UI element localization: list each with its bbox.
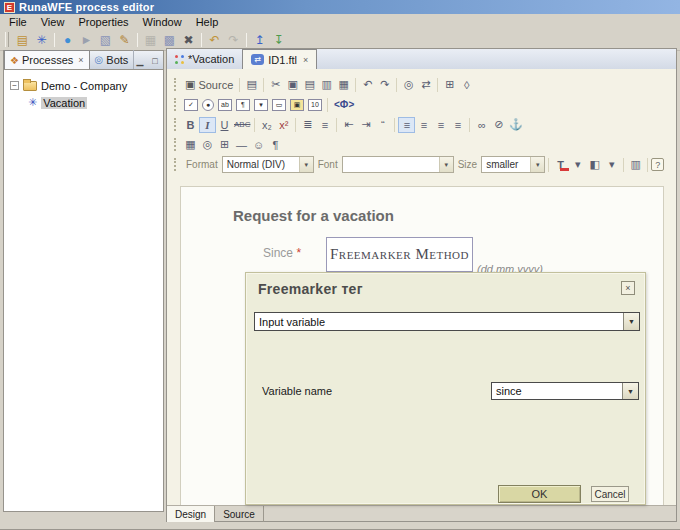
tab-bots[interactable]: ◎ Bots [90,50,135,69]
anchor-icon[interactable]: ⚓ [507,117,524,133]
table-icon[interactable]: ⊞ [216,137,233,153]
tree-root-label: Demo - Company [41,80,127,92]
pointer-icon[interactable]: ► [77,31,96,48]
outdent-icon[interactable]: ⇤ [340,117,357,133]
menu-properties[interactable]: Properties [72,16,136,28]
align-right-icon[interactable]: ≡ [432,117,449,133]
preview-icon[interactable]: ▥ [627,157,644,173]
background-color-icon[interactable]: ◧ [586,157,603,173]
font-select[interactable]: ▾ [342,156,454,173]
unordered-list-icon[interactable]: ≡ [316,117,333,133]
subscript-icon[interactable]: x₂ [258,117,275,133]
select-all-icon[interactable]: ⊞ [441,77,458,93]
new-page-icon[interactable]: ▤ [243,77,260,93]
menu-view[interactable]: View [35,16,73,28]
font-label: Font [318,159,338,170]
italic-icon[interactable]: I [199,117,216,133]
image-icon[interactable]: ▦ [182,137,199,153]
hidden-field-icon[interactable]: 10 [308,99,322,111]
menu-window[interactable]: Window [137,16,190,28]
new-wizard-icon[interactable]: ▤ [13,31,32,48]
bold-icon[interactable]: B [182,117,199,133]
delete-icon[interactable]: ✖ [179,31,198,48]
image-button-icon[interactable]: ▣ [290,99,304,111]
redo-icon[interactable]: ↷ [376,77,393,93]
find-icon[interactable]: ◎ [400,77,417,93]
smiley-icon[interactable]: ☺ [250,137,267,153]
deploy-icon[interactable]: ↥ [250,31,269,48]
underline-icon[interactable]: U [216,117,233,133]
button-field-icon[interactable]: ▭ [272,99,286,111]
tag-type-value: Input variable [259,316,325,328]
tree-row-demo-company[interactable]: − Demo - Company [4,77,163,94]
maximize-icon[interactable]: □ [149,56,160,66]
chevron-down-icon: ▾ [439,157,453,172]
horizontal-rule-icon[interactable]: ― [233,137,250,153]
chevron-down-icon[interactable]: ▼ [623,313,639,330]
chevron-down-icon[interactable]: ▼ [622,383,638,399]
freemarker-method-field[interactable]: Freemarker Method [326,237,473,272]
tab-vacation-editor[interactable]: *Vacation [167,49,242,69]
export-icon[interactable]: ↧ [269,31,288,48]
tag-type-select[interactable]: Input variable ▼ [254,312,640,331]
blockquote-icon[interactable]: “ [374,117,391,133]
paste-icon[interactable]: ▤ [301,77,318,93]
format-select[interactable]: Normal (DIV) ▾ [222,156,314,173]
tab-bots-label: Bots [106,54,128,66]
strikethrough-icon[interactable]: ABC [233,117,251,133]
close-icon[interactable]: × [78,55,83,65]
chevron-down-icon[interactable]: ▾ [569,157,586,173]
tab-processes[interactable]: ❖ Processes × [4,50,90,69]
link-icon[interactable]: ∞ [473,117,490,133]
collapse-icon[interactable]: − [10,81,19,90]
unlink-icon[interactable]: ⊘ [490,117,507,133]
superscript-icon[interactable]: x² [275,117,292,133]
text-field-icon[interactable]: ab [218,99,232,111]
undo-icon[interactable]: ↶ [359,77,376,93]
radio-field-icon[interactable]: ● [202,99,214,111]
select-field-icon[interactable]: ▾ [254,99,268,111]
textarea-field-icon[interactable]: ¶ [236,99,250,111]
stamp-icon[interactable]: ▧ [96,31,115,48]
new-process-icon[interactable]: ✳ [32,31,51,48]
align-center-icon[interactable]: ≡ [415,117,432,133]
chevron-down-icon[interactable]: ▾ [603,157,620,173]
freemarker-tag-icon[interactable]: <Ф> [331,99,357,110]
source-button[interactable]: ▣ Source [182,77,236,93]
minimize-icon[interactable]: ▁ [134,56,145,66]
save-all-icon[interactable]: ▩ [160,31,179,48]
align-left-icon[interactable]: ≡ [398,117,415,133]
bot-station-icon[interactable]: ● [58,31,77,48]
cancel-button[interactable]: Cancel [591,486,629,502]
save-icon[interactable]: ▦ [141,31,160,48]
ok-button[interactable]: OK [498,485,581,503]
replace-icon[interactable]: ⇄ [417,77,434,93]
redo-icon[interactable]: ↷ [224,31,243,48]
dialog-close-icon[interactable]: × [621,281,635,295]
flash-icon[interactable]: ◎ [199,137,216,153]
page-break-icon[interactable]: ¶ [267,137,284,153]
tab-ftl-editor[interactable]: ⇄ ID1.ftl × [242,49,317,69]
copy-icon[interactable]: ▣ [284,77,301,93]
close-icon[interactable]: × [303,55,308,65]
checkbox-field-icon[interactable]: ✓ [184,99,198,111]
tab-design[interactable]: Design [167,506,215,522]
variable-name-select[interactable]: since ▼ [491,382,639,400]
cut-icon[interactable]: ✂ [267,77,284,93]
ordered-list-icon[interactable]: ≣ [299,117,316,133]
paste-text-icon[interactable]: ▥ [318,77,335,93]
tab-source[interactable]: Source [215,506,264,522]
menu-help[interactable]: Help [190,16,227,28]
editor-tabbar: *Vacation ⇄ ID1.ftl × [167,49,676,69]
toolbar-separator [394,118,395,132]
undo-icon[interactable]: ↶ [205,31,224,48]
eraser-icon[interactable]: ◊ [458,77,475,93]
size-select[interactable]: smaller ▾ [481,156,545,173]
menu-file[interactable]: File [3,16,35,28]
paste-word-icon[interactable]: ▦ [335,77,352,93]
align-justify-icon[interactable]: ≡ [449,117,466,133]
script-icon[interactable]: ✎ [115,31,134,48]
tree-row-vacation[interactable]: ✳ Vacation [4,94,163,111]
help-icon[interactable]: ? [651,158,664,171]
indent-icon[interactable]: ⇥ [357,117,374,133]
